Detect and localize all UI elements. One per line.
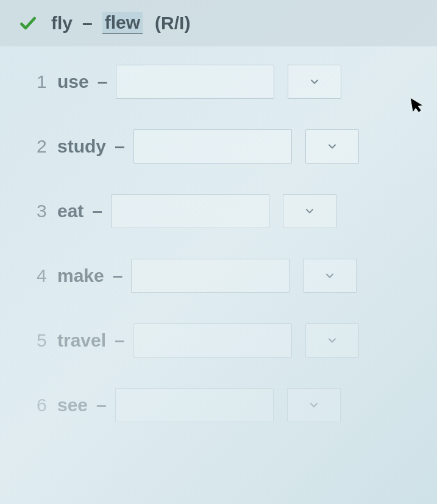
answer-input[interactable] [111,194,269,228]
example-answer: flew [102,12,143,34]
question-number: 4 [37,265,51,286]
question-verb: see [57,395,88,416]
question-number: 2 [37,136,51,157]
answer-input[interactable] [133,129,292,164]
chevron-down-icon [326,330,338,351]
answer-input[interactable] [116,65,274,99]
type-dropdown[interactable] [283,194,336,228]
question-verb: study [57,136,106,157]
question-row: 3 eat – [37,194,413,228]
question-dash: – [98,71,108,92]
answer-input[interactable] [115,388,274,422]
example-verb: fly [51,13,73,34]
example-row: fly – flew (R/I) [0,0,437,46]
check-icon [18,13,38,33]
chevron-down-icon [326,136,338,157]
question-number: 1 [37,71,51,92]
chevron-down-icon [304,201,316,221]
question-number: 6 [37,395,51,416]
chevron-down-icon [308,71,321,92]
question-dash: – [92,201,102,221]
type-dropdown[interactable] [287,388,341,422]
question-number: 3 [37,201,51,221]
question-verb: eat [57,201,83,221]
question-verb: travel [57,330,106,351]
question-row: 1 use – [37,65,413,99]
question-dash: – [115,330,125,351]
type-dropdown[interactable] [303,259,357,293]
answer-input[interactable] [133,323,292,358]
chevron-down-icon [324,265,336,286]
example-dash: – [82,13,93,34]
questions-list: 1 use – 2 study – 3 eat – 4 [0,46,437,465]
chevron-down-icon [308,395,320,416]
question-row: 5 travel – [37,323,413,358]
question-row: 2 study – [37,129,413,164]
question-dash: – [115,136,125,157]
question-dash: – [113,265,123,286]
type-dropdown[interactable] [288,65,341,99]
question-verb: make [57,265,104,286]
question-verb: use [57,71,89,92]
question-row: 4 make – [37,259,413,293]
question-number: 5 [37,330,51,351]
example-hint: (R/I) [155,13,190,34]
type-dropdown[interactable] [305,129,359,164]
type-dropdown[interactable] [305,323,359,358]
question-dash: – [96,395,107,416]
question-row: 6 see – [37,388,413,422]
answer-input[interactable] [131,259,290,293]
